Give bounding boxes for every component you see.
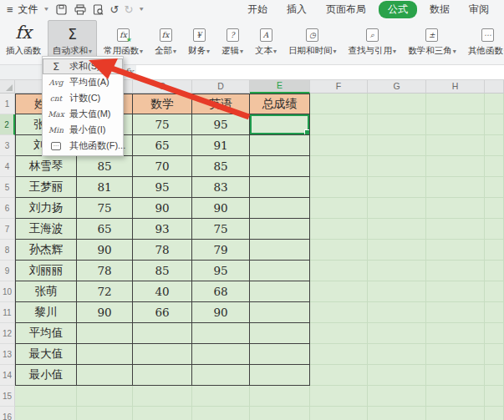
redo-icon[interactable]: ↻ [124,4,133,15]
cell-G9[interactable] [368,261,426,281]
cell-C4[interactable]: 70 [133,156,192,177]
cell-G10[interactable] [368,281,426,302]
cell-G14[interactable] [368,365,426,386]
cell-C12[interactable] [133,323,192,344]
cell-A5[interactable]: 王梦丽 [15,177,77,198]
print-icon[interactable] [74,3,87,16]
math-trig-button[interactable]: ±数学和三角▾ [403,20,461,63]
col-header-d[interactable]: D [192,80,250,94]
cell-A13[interactable]: 最大值 [15,344,77,365]
cell-D12[interactable] [192,323,250,344]
cell-E13[interactable] [250,344,310,365]
cell-E6[interactable] [250,198,310,219]
cell-B7[interactable]: 65 [77,219,133,240]
logical-button[interactable]: ?逻辑▾ [216,20,248,63]
cell-A7[interactable]: 王海波 [15,219,77,240]
cell-G1[interactable] [368,94,426,114]
lookup-reference-button[interactable]: ⌕查找与引用▾ [344,20,402,63]
cell-D6[interactable]: 90 [192,198,250,219]
row-header-7[interactable]: 7 [0,219,15,240]
cell-G3[interactable] [368,135,426,156]
row-header-4[interactable]: 4 [0,156,15,177]
tab-home[interactable]: 开始 [241,2,274,18]
cell-F8[interactable] [310,240,368,261]
tab-data[interactable]: 数据 [423,2,456,18]
insert-function-button[interactable]: fx插入函数 [1,20,46,63]
cell-B5[interactable]: 81 [77,177,133,198]
col-header-e[interactable]: E [250,80,310,94]
cell-H14[interactable] [426,365,485,386]
other-functions-button[interactable]: ⋯其他函数▾ [463,20,504,63]
cell-H8[interactable] [426,240,485,261]
cell-F6[interactable] [310,198,368,219]
col-header-c[interactable]: C [133,80,192,94]
cell-E10[interactable] [250,281,310,302]
cell-G5[interactable] [368,177,426,198]
cell-B15[interactable] [77,386,133,407]
cell-A14[interactable]: 最小值 [15,365,77,386]
cell-B9[interactable]: 78 [77,261,133,281]
cell-H15[interactable] [426,386,485,407]
cell-i8[interactable] [485,240,504,261]
cell-A15[interactable] [15,386,77,407]
tab-insert[interactable]: 插入 [280,2,313,18]
row-header-6[interactable]: 6 [0,198,15,219]
cell-i16[interactable] [485,407,504,420]
cell-i1[interactable] [485,94,504,114]
cell-G16[interactable] [368,407,426,420]
menu-item-sum[interactable]: Σ求和(S) [43,58,123,74]
formula-input[interactable] [136,65,504,79]
cell-D13[interactable] [192,344,250,365]
cell-F15[interactable] [310,386,368,407]
cell-D10[interactable]: 68 [192,281,250,302]
cell-A16[interactable] [15,407,77,420]
cell-i4[interactable] [485,156,504,177]
cell-F10[interactable] [310,281,368,302]
file-menu[interactable]: 文件 [18,3,38,17]
cell-F14[interactable] [310,365,368,386]
cell-H9[interactable] [426,261,485,281]
cell-D11[interactable]: 90 [192,302,250,323]
cell-B13[interactable] [77,344,133,365]
cell-C10[interactable]: 40 [133,281,192,302]
cell-C11[interactable]: 66 [133,302,192,323]
financial-button[interactable]: ¥财务▾ [183,20,215,63]
row-header-13[interactable]: 13 [0,344,15,365]
cell-C16[interactable] [133,407,192,420]
cell-C1[interactable]: 数学 [133,94,192,114]
cell-D15[interactable] [192,386,250,407]
cell-H12[interactable] [426,323,485,344]
cell-D9[interactable]: 95 [192,261,250,281]
menu-item-min[interactable]: Min最小值(I) [43,122,123,138]
cell-H1[interactable] [426,94,485,114]
cell-E15[interactable] [250,386,310,407]
col-header-sliver[interactable] [485,80,504,94]
row-header-2[interactable]: 2 [0,114,15,135]
row-header-14[interactable]: 14 [0,365,15,386]
cell-H13[interactable] [426,344,485,365]
row-header-15[interactable]: 15 [0,386,15,407]
tab-formulas[interactable]: 公式 [379,1,417,18]
cell-F9[interactable] [310,261,368,281]
cell-A11[interactable]: 黎川 [15,302,77,323]
cell-i9[interactable] [485,261,504,281]
row-header-1[interactable]: 1 [0,94,15,114]
cell-F4[interactable] [310,156,368,177]
cell-G7[interactable] [368,219,426,240]
tab-review[interactable]: 审阅 [462,2,496,18]
col-header-h[interactable]: H [426,80,485,94]
row-header-9[interactable]: 9 [0,261,15,281]
cell-D8[interactable]: 79 [192,240,250,261]
date-time-button[interactable]: ◷日期和时间▾ [283,20,342,63]
cell-E11[interactable] [250,302,310,323]
cell-G12[interactable] [368,323,426,344]
cell-B10[interactable]: 72 [77,281,133,302]
cell-G4[interactable] [368,156,426,177]
cell-C13[interactable] [133,344,192,365]
cell-F12[interactable] [310,323,368,344]
cell-i3[interactable] [485,135,504,156]
cell-B6[interactable]: 75 [77,198,133,219]
cell-E14[interactable] [250,365,310,386]
hamburger-menu-icon[interactable]: ≡ [7,3,13,16]
cell-E12[interactable] [250,323,310,344]
